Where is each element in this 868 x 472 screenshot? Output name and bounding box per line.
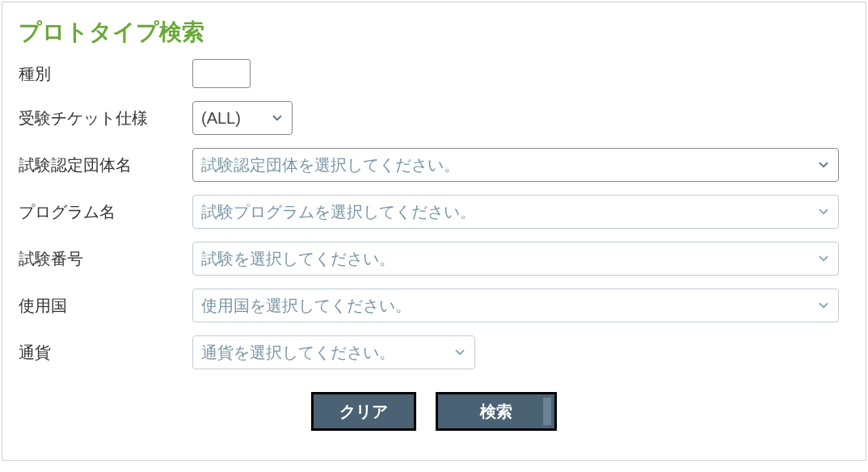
label-type: 種別 [19,63,192,85]
search-button[interactable]: 検索 [436,392,557,431]
select-currency[interactable]: 通貨を選択してください。 [192,335,475,369]
row-country: 使用国 使用国を選択してください。 [19,289,849,322]
row-type: 種別 [19,59,849,88]
select-country[interactable]: 使用国を選択してください。 [192,289,839,322]
input-type[interactable] [192,59,251,88]
label-sponsor: 試験認定団体名 [19,154,192,176]
button-row: クリア 検索 [19,392,849,431]
label-ticket-spec: 受験チケット仕様 [19,107,192,129]
select-sponsor-placeholder: 試験認定団体を選択してください。 [201,154,460,176]
page-title: プロトタイプ検索 [19,17,849,48]
select-exam-number[interactable]: 試験を選択してください。 [192,242,839,276]
select-sponsor[interactable]: 試験認定団体を選択してください。 [192,148,839,182]
select-currency-placeholder: 通貨を選択してください。 [201,342,395,364]
clear-button-label: クリア [339,401,388,423]
select-program-placeholder: 試験プログラムを選択してください。 [201,201,476,223]
search-panel: プロトタイプ検索 種別 受験チケット仕様 (ALL) 試験認定団体名 試験認定団… [2,2,866,461]
row-ticket-spec: 受験チケット仕様 (ALL) [19,101,849,135]
search-button-label: 検索 [480,401,512,423]
label-exam-number: 試験番号 [19,248,192,270]
row-currency: 通貨 通貨を選択してください。 [19,335,849,369]
select-country-placeholder: 使用国を選択してください。 [201,295,411,317]
select-program[interactable]: 試験プログラムを選択してください。 [192,195,839,229]
select-ticket-spec-value: (ALL) [201,109,241,128]
row-program: プログラム名 試験プログラムを選択してください。 [19,195,849,229]
select-exam-number-placeholder: 試験を選択してください。 [201,248,395,270]
row-exam-number: 試験番号 試験を選択してください。 [19,242,849,276]
label-currency: 通貨 [19,342,192,364]
clear-button[interactable]: クリア [311,392,416,431]
label-country: 使用国 [19,295,192,317]
label-program: プログラム名 [19,201,192,223]
row-sponsor: 試験認定団体名 試験認定団体を選択してください。 [19,148,849,182]
select-ticket-spec[interactable]: (ALL) [192,101,293,135]
